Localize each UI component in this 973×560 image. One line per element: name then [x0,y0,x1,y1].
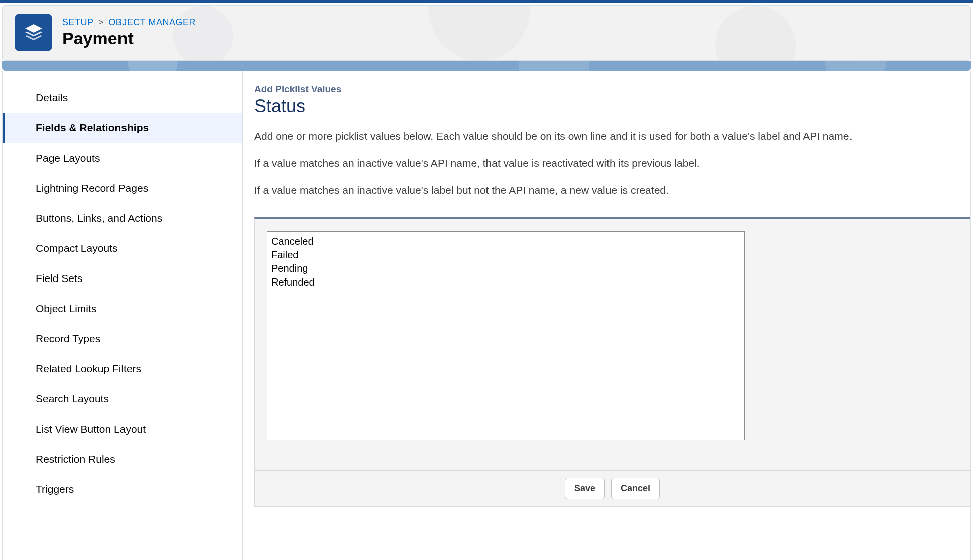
save-button[interactable]: Save [565,478,605,499]
sidebar-item-object-limits[interactable]: Object Limits [3,294,242,324]
sidebar-item-label: Details [36,92,68,103]
sidebar-item-label: Triggers [36,483,74,495]
sidebar-item-label: Field Sets [36,272,82,284]
object-manager-icon [15,14,52,51]
sidebar-item-page-layouts[interactable]: Page Layouts [3,143,242,173]
sidebar-item-buttons-links-actions[interactable]: Buttons, Links, and Actions [3,203,242,233]
sidebar-item-label: Compact Layouts [36,242,117,254]
sidebar-item-label: List View Button Layout [36,423,146,435]
sidebar-item-label: Related Lookup Filters [36,363,141,374]
help-text-2: If a value matches an inactive value's A… [254,156,970,170]
breadcrumb-object-manager-link[interactable]: OBJECT MANAGER [108,17,196,27]
section-subhead: Add Picklist Values [254,84,970,95]
sidebar-item-label: Object Limits [36,303,96,314]
sidebar-item-details[interactable]: Details [3,83,242,113]
header-text-block: SETUP > OBJECT MANAGER Payment [62,17,196,48]
sidebar-item-label: Lightning Record Pages [36,182,148,194]
sidebar-item-triggers[interactable]: Triggers [3,474,242,504]
sidebar-item-restriction-rules[interactable]: Restriction Rules [3,444,242,474]
sidebar-item-label: Buttons, Links, and Actions [36,212,162,224]
sidebar-item-label: Search Layouts [36,393,109,404]
cancel-button[interactable]: Cancel [611,478,660,499]
sidebar-item-list-view-button-layout[interactable]: List View Button Layout [3,414,242,444]
sidebar-item-label: Record Types [36,333,100,344]
form-panel: Save Cancel [254,217,970,507]
sidebar-item-related-lookup-filters[interactable]: Related Lookup Filters [3,354,242,384]
sidebar: Details Fields & Relationships Page Layo… [2,71,243,560]
button-row: Save Cancel [255,470,970,506]
breadcrumb-setup-link[interactable]: SETUP [62,17,93,27]
picklist-values-textarea[interactable] [267,231,745,440]
header-accent-strip [2,61,971,71]
layers-icon [23,22,45,44]
sidebar-item-label: Fields & Relationships [36,122,149,133]
sidebar-item-label: Page Layouts [36,152,100,164]
page-header: SETUP > OBJECT MANAGER Payment [2,5,971,61]
sidebar-item-compact-layouts[interactable]: Compact Layouts [3,233,242,263]
sidebar-item-lightning-record-pages[interactable]: Lightning Record Pages [3,173,242,203]
breadcrumb-separator: > [98,17,104,27]
help-text-1: Add one or more picklist values below. E… [254,129,970,144]
window-top-border [0,0,973,3]
help-text-3: If a value matches an inactive value's l… [254,183,970,197]
sidebar-item-field-sets[interactable]: Field Sets [3,263,242,294]
field-title: Status [254,96,970,117]
sidebar-item-label: Restriction Rules [36,453,115,465]
sidebar-item-record-types[interactable]: Record Types [3,324,242,354]
breadcrumb: SETUP > OBJECT MANAGER [62,17,196,28]
main-content: Add Picklist Values Status Add one or mo… [243,71,971,560]
sidebar-item-search-layouts[interactable]: Search Layouts [3,384,242,414]
body-wrap: Details Fields & Relationships Page Layo… [2,71,971,560]
page-title: Payment [62,29,196,48]
sidebar-item-fields-relationships[interactable]: Fields & Relationships [3,113,242,143]
